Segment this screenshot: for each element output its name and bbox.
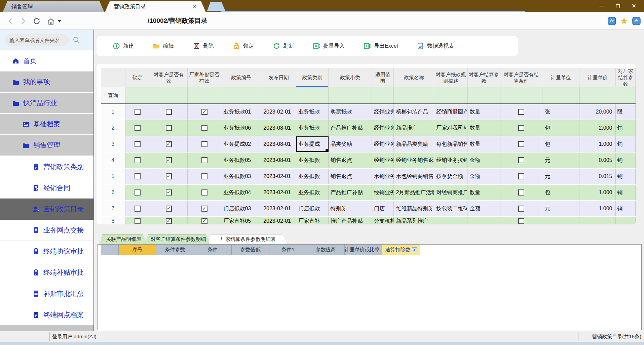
- checkbox-cell[interactable]: [188, 104, 221, 120]
- data-cell[interactable]: 2023-02-01: [261, 201, 296, 216]
- toolbar-button-批量导入[interactable]: X批量导入: [313, 42, 345, 50]
- data-cell[interactable]: 经销业务: [372, 136, 394, 152]
- unit-cell[interactable]: 元: [542, 153, 579, 168]
- data-cell[interactable]: 金额: [467, 201, 500, 216]
- sidebar-item-经销合同[interactable]: 经销合同: [0, 177, 93, 199]
- detail-column-header-empty[interactable]: [101, 245, 119, 255]
- checkbox-cell[interactable]: [150, 136, 188, 152]
- vertical-scrollbar[interactable]: [640, 64, 640, 224]
- price-cell[interactable]: 1.000: [579, 201, 616, 216]
- data-cell[interactable]: 承销业务: [372, 169, 394, 184]
- data-cell[interactable]: [467, 217, 500, 224]
- sidebar-item-终端补贴审批[interactable]: 终端补贴审批: [0, 262, 93, 283]
- sidebar-item-销售管理[interactable]: 销售管理: [0, 135, 93, 156]
- sidebar-item-营销政策类别[interactable]: 营销政策类别: [0, 156, 93, 177]
- app-logo-icon[interactable]: [632, 17, 641, 25]
- unit-cell[interactable]: [542, 217, 579, 224]
- detail-column-header-计量单价或比率[interactable]: 计量单价或比率: [345, 245, 382, 255]
- checkbox-cell[interactable]: [125, 185, 150, 200]
- refresh-nav-button[interactable]: [32, 17, 41, 26]
- data-cell[interactable]: 金额: [467, 169, 500, 184]
- checkbox[interactable]: [518, 218, 524, 224]
- data-cell[interactable]: 2023-02-01: [261, 217, 296, 224]
- column-header-计量单位[interactable]: 计量单位: [542, 68, 579, 87]
- filter-row-label[interactable]: 查询: [101, 87, 125, 103]
- data-cell[interactable]: 业务抵款01: [221, 104, 261, 120]
- checkbox[interactable]: [518, 109, 524, 115]
- checkbox-cell[interactable]: [150, 104, 188, 120]
- column-header-对客户是否有结算条件[interactable]: 对客户是否有结算条件: [500, 68, 542, 87]
- data-cell[interactable]: 2023-08-01: [261, 153, 296, 168]
- filter-cell[interactable]: [125, 87, 150, 103]
- unit-cell[interactable]: 包: [542, 185, 579, 200]
- checkbox-cell[interactable]: [188, 217, 221, 224]
- extra-cell[interactable]: 销: [616, 169, 636, 184]
- forward-button[interactable]: [19, 17, 28, 26]
- unit-cell[interactable]: 包: [542, 136, 579, 152]
- detail-column-header-速算扣除数[interactable]: 速算扣除数▲: [382, 245, 420, 255]
- filter-cell[interactable]: [188, 87, 221, 103]
- data-cell[interactable]: 新品品类奖励: [394, 136, 434, 152]
- data-cell[interactable]: 业务抵款: [296, 120, 328, 136]
- column-header-对客户结算参数[interactable]: 对客户结算参数: [468, 68, 500, 87]
- data-cell[interactable]: 对经销商推广费: [434, 185, 467, 200]
- checkbox-cell[interactable]: [188, 153, 221, 168]
- data-cell[interactable]: 金额: [467, 153, 500, 168]
- checkbox[interactable]: [201, 173, 207, 179]
- filter-cell[interactable]: [221, 87, 261, 103]
- sort-ascending-icon[interactable]: ▲: [412, 247, 417, 252]
- minimize-button[interactable]: [594, 0, 610, 12]
- detail-column-header-参数值高[interactable]: 参数值高: [307, 245, 345, 255]
- table-row[interactable]: 2业务抵款062023-08-01业务抵款产品推广补贴经销业务新品推广厂家对我司…: [101, 120, 636, 136]
- checkbox[interactable]: [166, 109, 172, 115]
- extra-cell[interactable]: 销: [616, 185, 636, 200]
- checkbox[interactable]: [135, 109, 141, 115]
- checkbox-cell[interactable]: [125, 104, 150, 120]
- checkbox-cell[interactable]: [125, 153, 150, 168]
- data-cell[interactable]: 销售返点: [329, 153, 372, 168]
- checkbox-checked[interactable]: [166, 157, 172, 163]
- filter-cell[interactable]: [542, 87, 580, 103]
- unit-cell[interactable]: 元: [542, 169, 579, 184]
- column-header-政策编号[interactable]: 政策编号: [221, 68, 261, 87]
- checkbox-cell[interactable]: [188, 201, 221, 216]
- checkbox[interactable]: [518, 173, 524, 179]
- data-cell[interactable]: 槟榔包装产品: [394, 104, 434, 120]
- checkbox[interactable]: [135, 206, 141, 212]
- sidebar-item-首页[interactable]: 首页: [0, 50, 93, 72]
- data-cell[interactable]: 经销商退回产品: [434, 104, 467, 120]
- detail-column-header-序号[interactable]: 序号: [119, 245, 156, 255]
- data-cell[interactable]: 业务抵款: [296, 104, 328, 120]
- data-cell[interactable]: 门店抵款03: [221, 201, 261, 216]
- checkbox-cell[interactable]: [125, 120, 150, 136]
- checkbox-cell[interactable]: [500, 104, 542, 120]
- title-tab-inactive[interactable]: 销售管理: [3, 1, 104, 12]
- data-cell[interactable]: 2023-08-01: [261, 136, 296, 152]
- sidebar-item-终端网点档案[interactable]: 终端网点档案: [0, 304, 93, 326]
- sidebar-item-终端协议审批[interactable]: 终端协议审批: [0, 241, 93, 262]
- checkbox-checked[interactable]: [166, 189, 172, 196]
- data-cell[interactable]: 业务抵款: [296, 185, 328, 200]
- table-row[interactable]: 6业务抵款042023-02-01业务抵款产品推广补贴经销业务2月新品推广活动对…: [101, 185, 636, 201]
- data-cell[interactable]: 厂家直补05: [221, 217, 261, 224]
- checkbox-cell[interactable]: [500, 136, 542, 152]
- checkbox-cell[interactable]: [150, 120, 188, 136]
- data-cell[interactable]: 经销业务: [372, 185, 394, 200]
- data-cell[interactable]: 业务抵款: [296, 153, 328, 168]
- toolbar-button-编辑[interactable]: 编辑: [153, 42, 174, 50]
- checkbox-cell[interactable]: [125, 201, 150, 216]
- data-cell[interactable]: 厂家对我司每月: [434, 120, 467, 136]
- toolbar-button-删除[interactable]: 删除: [193, 42, 214, 50]
- checkbox-cell[interactable]: [150, 169, 188, 184]
- tab-close-icon[interactable]: ×: [193, 3, 196, 10]
- data-cell[interactable]: 2月新品推广活动: [394, 185, 434, 200]
- data-cell[interactable]: 经销业务: [372, 104, 394, 120]
- price-cell[interactable]: 1.000: [579, 185, 616, 200]
- extra-cell[interactable]: [616, 217, 636, 224]
- price-cell[interactable]: 1.000: [579, 136, 616, 152]
- data-cell[interactable]: 产品推广补贴: [329, 185, 372, 200]
- back-button[interactable]: [6, 17, 15, 26]
- sidebar-item-业务网点交接[interactable]: 业务网点交接: [0, 220, 93, 241]
- sidebar-item-我的事项[interactable]: 我的事项: [0, 72, 93, 93]
- detail-column-header-条件[interactable]: 条件: [194, 245, 232, 255]
